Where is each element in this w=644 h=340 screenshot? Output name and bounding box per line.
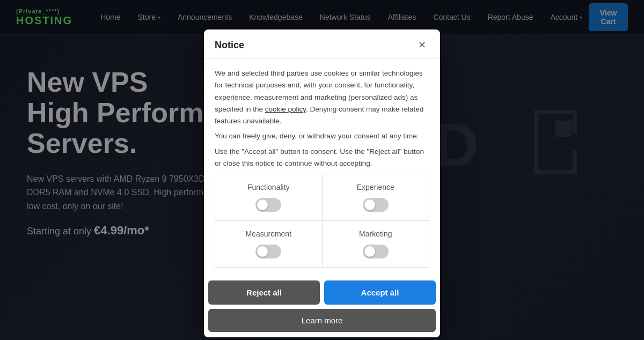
toggle-experience-switch[interactable] <box>363 198 389 212</box>
toggle-experience-cell: Experience <box>323 174 430 221</box>
modal-text-3: Use the "Accept all" button to consent. … <box>215 146 429 170</box>
toggle-experience-knob <box>364 199 375 210</box>
toggle-experience-label: Experience <box>357 183 394 191</box>
toggle-marketing-cell: Marketing <box>323 221 430 268</box>
modal-body: We and selected third parties use cookie… <box>204 59 440 276</box>
toggle-measurement-cell: Measurement <box>215 221 323 268</box>
toggle-measurement-knob <box>257 246 268 257</box>
modal-text-2: You can freely give, deny, or withdraw y… <box>215 130 429 142</box>
cookie-notice-modal: Notice ✕ We and selected third parties u… <box>204 29 440 337</box>
modal-title: Notice <box>215 40 244 51</box>
modal-overlay: Notice ✕ We and selected third parties u… <box>0 0 644 340</box>
cookie-policy-link[interactable]: cookie policy <box>265 105 306 113</box>
toggle-marketing-knob <box>364 246 375 257</box>
toggle-marketing-switch[interactable] <box>363 245 389 258</box>
toggle-functionality-knob <box>257 199 268 210</box>
modal-close-button[interactable]: ✕ <box>415 39 429 51</box>
toggle-measurement-switch[interactable] <box>255 245 281 258</box>
reject-all-button[interactable]: Reject all <box>208 280 320 305</box>
learn-more-button[interactable]: Learn more <box>208 309 436 332</box>
toggle-functionality-label: Functionality <box>247 183 290 191</box>
modal-header: Notice ✕ <box>204 29 440 59</box>
toggle-marketing-label: Marketing <box>359 230 392 238</box>
modal-text-1: We and selected third parties use cookie… <box>215 68 429 127</box>
toggle-functionality-switch[interactable] <box>255 198 281 212</box>
accept-all-button[interactable]: Accept all <box>324 280 436 305</box>
modal-footer: Reject all Accept all <box>204 276 440 307</box>
toggle-grid: Functionality Experience Measurement <box>215 174 429 268</box>
toggle-measurement-label: Measurement <box>245 230 291 238</box>
toggle-functionality-cell: Functionality <box>215 174 323 221</box>
